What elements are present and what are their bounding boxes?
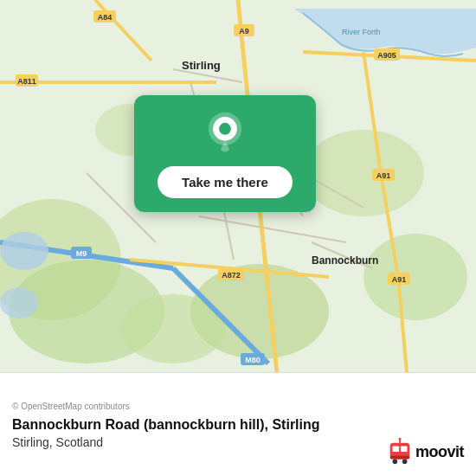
svg-text:A905: A905 <box>377 51 396 60</box>
svg-rect-57 <box>401 446 408 452</box>
svg-rect-56 <box>393 446 400 452</box>
svg-point-3 <box>303 130 424 216</box>
svg-point-59 <box>393 459 398 464</box>
map-container: River Forth A84 <box>0 0 476 372</box>
take-me-there-button[interactable]: Take me there <box>158 166 293 198</box>
svg-point-4 <box>363 234 467 320</box>
svg-text:A811: A811 <box>17 77 36 86</box>
bottom-bar: © OpenStreetMap contributors Bannockburn… <box>0 372 476 476</box>
svg-text:M9: M9 <box>76 249 87 258</box>
svg-text:A91: A91 <box>392 275 407 284</box>
map-attribution: © OpenStreetMap contributors <box>12 402 464 411</box>
moovit-logo: moovit <box>388 438 464 466</box>
svg-text:A872: A872 <box>222 271 241 280</box>
svg-point-60 <box>402 459 408 464</box>
svg-text:A91: A91 <box>376 171 391 180</box>
moovit-icon <box>388 438 412 466</box>
svg-text:M80: M80 <box>245 356 261 364</box>
svg-text:A84: A84 <box>98 13 113 22</box>
svg-rect-58 <box>390 456 410 460</box>
svg-point-54 <box>219 123 231 135</box>
moovit-text: moovit <box>415 443 464 461</box>
svg-text:Stirling: Stirling <box>182 59 221 72</box>
location-name: Bannockburn Road (bannockburn hill), Sti… <box>12 416 464 434</box>
svg-point-62 <box>399 438 402 440</box>
svg-point-50 <box>0 232 48 270</box>
map-pin-icon <box>203 111 248 156</box>
svg-text:River Forth: River Forth <box>342 28 381 36</box>
location-card: Take me there <box>134 95 316 212</box>
svg-text:A9: A9 <box>239 27 249 35</box>
svg-point-51 <box>0 287 38 318</box>
svg-text:Bannockburn: Bannockburn <box>312 254 378 267</box>
